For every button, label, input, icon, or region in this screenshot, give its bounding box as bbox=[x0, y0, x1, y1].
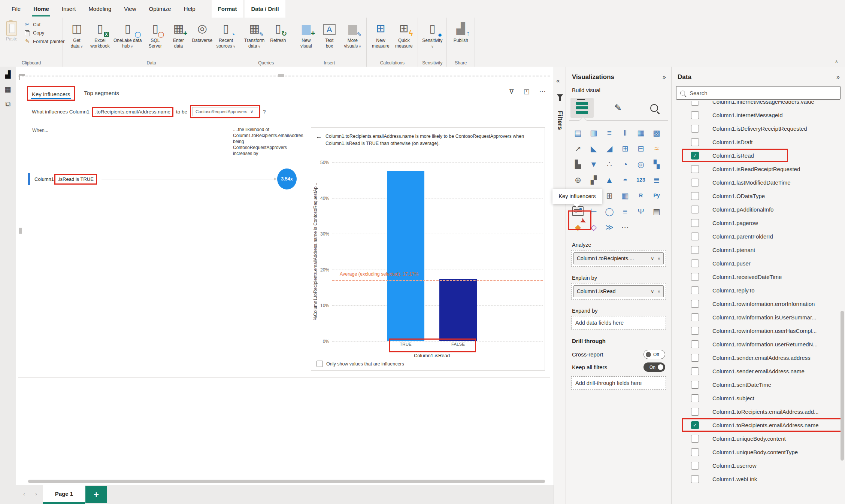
field-checkbox[interactable]: ✓ bbox=[691, 192, 699, 200]
stacked-100-column-chart-icon[interactable]: ▩ bbox=[649, 126, 664, 139]
ribbon-button[interactable]: SQL Server bbox=[143, 20, 167, 49]
ribbon-tab[interactable]: Insert bbox=[55, 0, 82, 18]
explain-by-field-pill[interactable]: Column1.isRead ∨ × bbox=[573, 285, 664, 297]
ribbon-tab[interactable]: Optimize bbox=[143, 0, 178, 18]
remove-field-icon[interactable]: × bbox=[657, 289, 660, 294]
field-row[interactable]: ✓ Column1.sender.emailAddress.name bbox=[672, 364, 845, 378]
format-visual-tab[interactable]: ✎ bbox=[606, 98, 630, 118]
bar-true[interactable] bbox=[387, 171, 424, 341]
field-row[interactable]: ✓ Column1.pagerow bbox=[672, 216, 845, 230]
only-influencers-checkbox[interactable] bbox=[317, 361, 323, 367]
remove-field-icon[interactable]: × bbox=[657, 256, 660, 261]
stacked-area-chart-icon[interactable]: ◢ bbox=[602, 142, 617, 155]
filters-pane-label[interactable]: Filters bbox=[556, 111, 564, 130]
field-checkbox[interactable]: ✓ bbox=[691, 219, 699, 227]
analyze-field-pill[interactable]: Column1.toRecipients.... ∨ × bbox=[573, 252, 664, 264]
table-view-icon[interactable]: ▦ bbox=[0, 82, 16, 97]
field-row[interactable]: ✓ Column1.ODataType bbox=[672, 189, 845, 203]
chevron-down-icon[interactable]: ∨ bbox=[651, 256, 654, 261]
more-options-icon[interactable]: ⋯ bbox=[539, 88, 545, 95]
azure-map-icon[interactable]: ▲ bbox=[602, 173, 617, 186]
add-page-button[interactable]: + bbox=[85, 486, 107, 503]
multi-row-card-icon[interactable]: ≣ bbox=[649, 173, 664, 186]
field-checkbox[interactable]: ✓ bbox=[691, 206, 699, 213]
field-row[interactable]: ✓ Column1.uniqueBody.content bbox=[672, 432, 845, 445]
ribbon-button[interactable]: Quick measure bbox=[392, 20, 415, 49]
stacked-bar-chart-icon[interactable]: ▤ bbox=[570, 126, 585, 139]
clipboard-button[interactable]: Format painter bbox=[24, 38, 65, 44]
pie-chart-icon[interactable]: ◔ bbox=[618, 157, 633, 171]
field-row[interactable]: ✓ Column1.parentFolderId bbox=[672, 230, 845, 243]
field-checkbox[interactable]: ✓ bbox=[691, 259, 699, 267]
field-row[interactable]: ✓ Column1.webLink bbox=[672, 472, 845, 486]
field-row[interactable]: ✓ Column1.rowinformation.errorInformatio… bbox=[672, 297, 845, 310]
power-automate-icon[interactable]: ≫ bbox=[602, 220, 617, 234]
field-row[interactable]: ✓ Column1.rowinformation.userReturnedN..… bbox=[672, 337, 845, 351]
field-row[interactable]: ✓ Column1.uniqueBody.contentType bbox=[672, 445, 845, 459]
treemap-icon[interactable]: ▚ bbox=[649, 157, 664, 171]
field-checkbox[interactable]: ✓ bbox=[691, 462, 699, 470]
field-row[interactable]: ✓ Column1.puser bbox=[672, 256, 845, 270]
scatter-chart-icon[interactable]: ∴ bbox=[602, 157, 617, 171]
matrix-icon[interactable]: ▦ bbox=[618, 189, 633, 202]
drill-through-field-well[interactable]: Add drill-through fields here bbox=[571, 376, 666, 390]
cross-report-toggle[interactable]: Off bbox=[643, 350, 665, 359]
field-row[interactable]: ✓ Column1.isDraft bbox=[672, 135, 845, 149]
field-row[interactable]: ✓ Column1.subject bbox=[672, 391, 845, 405]
ribbon-chart-icon[interactable]: ≈ bbox=[649, 142, 664, 155]
field-row[interactable]: ✓ Column1.isDeliveryReceiptRequested bbox=[672, 122, 845, 135]
field-checkbox[interactable]: ✓ bbox=[691, 273, 699, 281]
data-pane-scrollbar[interactable] bbox=[841, 311, 844, 461]
field-checkbox[interactable]: ✓ bbox=[691, 327, 699, 335]
target-value-dropdown[interactable]: ContosoRequestApprovers ∨ bbox=[192, 107, 258, 116]
table-icon[interactable]: ⊞ bbox=[602, 189, 617, 202]
area-chart-icon[interactable]: ◣ bbox=[586, 142, 601, 155]
ribbon-button[interactable]: New measure bbox=[369, 20, 392, 49]
visual-resize-handle-left[interactable] bbox=[19, 228, 22, 234]
waterfall-chart-icon[interactable]: ▙ bbox=[570, 157, 585, 171]
python-icon[interactable]: Py bbox=[649, 189, 664, 202]
chevron-down-icon[interactable]: ∨ bbox=[651, 289, 654, 294]
next-page-icon[interactable]: › bbox=[35, 491, 37, 497]
ribbon-button[interactable]: Get data bbox=[65, 20, 88, 49]
field-row[interactable]: ✓ Column1.toRecipients.emailAddress.name bbox=[672, 418, 845, 432]
collapse-ribbon-icon[interactable]: ∧ bbox=[835, 59, 838, 64]
clustered-bar-chart-icon[interactable]: ≡ bbox=[602, 126, 617, 139]
ribbon-button[interactable]: Refresh bbox=[266, 20, 290, 43]
ribbon-button[interactable]: New visual bbox=[294, 20, 318, 49]
field-checkbox[interactable]: ✓ bbox=[691, 448, 699, 456]
power-apps-icon[interactable]: ◇ bbox=[586, 220, 601, 234]
filled-map-icon[interactable]: ▞ bbox=[586, 173, 601, 186]
field-row[interactable]: ✓ Column1.sentDateTime bbox=[672, 378, 845, 391]
field-checkbox[interactable]: ✓ bbox=[691, 152, 699, 160]
field-row[interactable]: ✓ Column1.ptenant bbox=[672, 243, 845, 256]
clipboard-button[interactable]: Copy bbox=[24, 30, 65, 36]
field-checkbox[interactable]: ✓ bbox=[691, 367, 699, 375]
field-row[interactable]: ✓ Column1.rowinformation.userHasCompl... bbox=[672, 324, 845, 337]
ribbon-tab[interactable]: File bbox=[5, 0, 27, 18]
collapse-visualizations-icon[interactable]: » bbox=[663, 74, 666, 81]
funnel-chart-icon[interactable]: ▼ bbox=[586, 157, 601, 171]
line-stacked-column-chart-icon[interactable]: ⊞ bbox=[618, 142, 633, 155]
expand-by-field-well[interactable]: Add data fields here bbox=[571, 316, 666, 330]
collapse-data-pane-icon[interactable]: » bbox=[836, 74, 840, 81]
field-checkbox[interactable]: ✓ bbox=[691, 475, 699, 483]
field-checkbox[interactable]: ✓ bbox=[691, 313, 699, 321]
field-row[interactable]: ✓ Column1.isReadReceiptRequested bbox=[672, 162, 845, 176]
ribbon-contextual-tab[interactable]: Format bbox=[212, 0, 243, 18]
line-clustered-column-chart-icon[interactable]: ⊟ bbox=[633, 142, 648, 155]
page-tab[interactable]: Page 1 bbox=[43, 485, 85, 504]
stacked-100-bar-chart-icon[interactable]: ▦ bbox=[633, 126, 648, 139]
ribbon-button[interactable]: More visuals bbox=[341, 20, 364, 49]
field-checkbox[interactable]: ✓ bbox=[691, 340, 699, 348]
analyze-field-well[interactable]: Column1.toRecipients.... ∨ × bbox=[571, 250, 666, 267]
paste-button[interactable]: Paste bbox=[2, 20, 21, 44]
field-row[interactable]: ✓ Column1.pAdditionalInfo bbox=[672, 203, 845, 216]
report-view-icon[interactable]: ▟ bbox=[0, 67, 16, 82]
canvas-horizontal-scrollbar[interactable] bbox=[28, 480, 545, 483]
donut-chart-icon[interactable]: ◎ bbox=[633, 157, 648, 171]
bar-false[interactable] bbox=[439, 279, 477, 341]
paginated-report-icon[interactable]: ▤ bbox=[649, 204, 664, 218]
field-checkbox[interactable]: ✓ bbox=[691, 165, 699, 173]
previous-page-icon[interactable]: ‹ bbox=[23, 491, 25, 497]
